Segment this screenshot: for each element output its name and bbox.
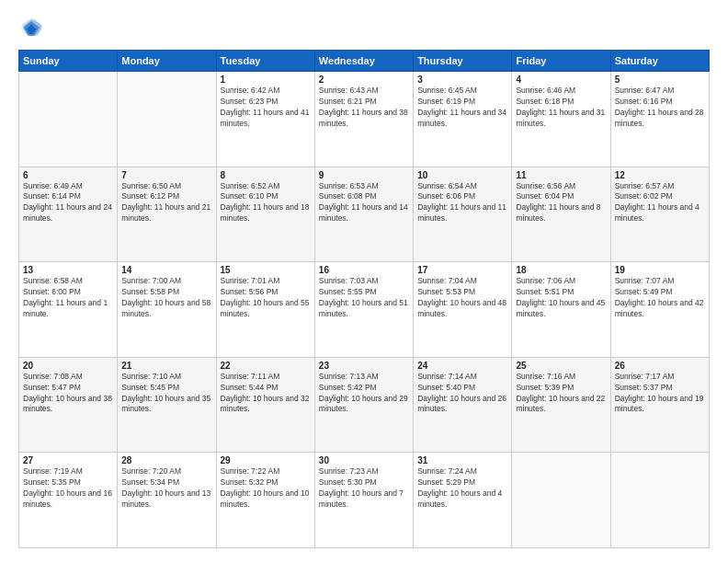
calendar-col-sunday: Sunday: [19, 51, 118, 72]
day-info: Sunrise: 7:22 AM Sunset: 5:32 PM Dayligh…: [221, 466, 311, 511]
day-info: Sunrise: 7:20 AM Sunset: 5:34 PM Dayligh…: [121, 466, 211, 511]
calendar-cell: 3Sunrise: 6:45 AM Sunset: 6:19 PM Daylig…: [414, 72, 512, 167]
day-info: Sunrise: 7:07 AM Sunset: 5:49 PM Dayligh…: [615, 276, 705, 320]
calendar-cell: 22Sunrise: 7:11 AM Sunset: 5:44 PM Dayli…: [216, 357, 314, 453]
day-number: 25: [516, 361, 606, 371]
calendar-cell: 5Sunrise: 6:47 AM Sunset: 6:16 PM Daylig…: [610, 72, 709, 167]
day-number: 12: [615, 170, 705, 180]
day-info: Sunrise: 6:52 AM Sunset: 6:10 PM Dayligh…: [221, 181, 311, 225]
day-number: 22: [221, 361, 311, 371]
day-info: Sunrise: 6:46 AM Sunset: 6:18 PM Dayligh…: [516, 86, 606, 130]
calendar-col-tuesday: Tuesday: [216, 51, 314, 72]
day-info: Sunrise: 6:50 AM Sunset: 6:12 PM Dayligh…: [121, 181, 211, 225]
calendar-cell: [118, 72, 216, 167]
day-info: Sunrise: 6:56 AM Sunset: 6:04 PM Dayligh…: [516, 181, 606, 225]
day-info: Sunrise: 6:47 AM Sunset: 6:16 PM Dayligh…: [615, 86, 705, 130]
day-number: 21: [121, 361, 211, 371]
day-number: 29: [221, 455, 311, 465]
calendar-cell: 18Sunrise: 7:06 AM Sunset: 5:51 PM Dayli…: [512, 262, 610, 358]
calendar-cell: 9Sunrise: 6:53 AM Sunset: 6:08 PM Daylig…: [314, 167, 413, 262]
day-number: 24: [417, 361, 507, 371]
calendar-cell: 24Sunrise: 7:14 AM Sunset: 5:40 PM Dayli…: [414, 357, 512, 453]
calendar-cell: 14Sunrise: 7:00 AM Sunset: 5:58 PM Dayli…: [118, 262, 216, 358]
calendar-cell: 28Sunrise: 7:20 AM Sunset: 5:34 PM Dayli…: [118, 453, 216, 548]
day-info: Sunrise: 7:10 AM Sunset: 5:45 PM Dayligh…: [121, 372, 211, 416]
calendar-cell: 25Sunrise: 7:16 AM Sunset: 5:39 PM Dayli…: [512, 357, 610, 453]
day-info: Sunrise: 7:00 AM Sunset: 5:58 PM Dayligh…: [121, 276, 211, 320]
header: [18, 15, 710, 40]
day-info: Sunrise: 7:13 AM Sunset: 5:42 PM Dayligh…: [319, 372, 409, 416]
day-info: Sunrise: 7:14 AM Sunset: 5:40 PM Dayligh…: [417, 372, 507, 416]
calendar-cell: 19Sunrise: 7:07 AM Sunset: 5:49 PM Dayli…: [610, 262, 709, 358]
calendar-week-3: 13Sunrise: 6:58 AM Sunset: 6:00 PM Dayli…: [19, 262, 710, 358]
day-number: 2: [319, 75, 409, 85]
day-info: Sunrise: 6:53 AM Sunset: 6:08 PM Dayligh…: [319, 181, 409, 225]
day-info: Sunrise: 7:03 AM Sunset: 5:55 PM Dayligh…: [319, 276, 409, 320]
calendar-cell: 17Sunrise: 7:04 AM Sunset: 5:53 PM Dayli…: [414, 262, 512, 358]
calendar-cell: [610, 453, 709, 548]
day-info: Sunrise: 6:49 AM Sunset: 6:14 PM Dayligh…: [23, 181, 113, 225]
day-number: 3: [417, 75, 507, 85]
day-info: Sunrise: 7:19 AM Sunset: 5:35 PM Dayligh…: [23, 466, 113, 511]
calendar-cell: 6Sunrise: 6:49 AM Sunset: 6:14 PM Daylig…: [19, 167, 118, 262]
calendar-col-monday: Monday: [118, 51, 216, 72]
day-number: 23: [319, 361, 409, 371]
calendar-cell: 29Sunrise: 7:22 AM Sunset: 5:32 PM Dayli…: [216, 453, 314, 548]
calendar-cell: 12Sunrise: 6:57 AM Sunset: 6:02 PM Dayli…: [610, 167, 709, 262]
day-number: 28: [121, 455, 211, 465]
calendar-cell: 13Sunrise: 6:58 AM Sunset: 6:00 PM Dayli…: [19, 262, 118, 358]
calendar-col-thursday: Thursday: [414, 51, 512, 72]
day-number: 10: [417, 170, 507, 180]
day-info: Sunrise: 7:04 AM Sunset: 5:53 PM Dayligh…: [417, 276, 507, 320]
calendar-cell: [19, 72, 118, 167]
day-number: 15: [221, 265, 311, 275]
day-number: 4: [516, 75, 606, 85]
calendar-week-5: 27Sunrise: 7:19 AM Sunset: 5:35 PM Dayli…: [19, 453, 710, 548]
day-info: Sunrise: 6:54 AM Sunset: 6:06 PM Dayligh…: [417, 181, 507, 225]
calendar-cell: 8Sunrise: 6:52 AM Sunset: 6:10 PM Daylig…: [216, 167, 314, 262]
calendar-cell: 11Sunrise: 6:56 AM Sunset: 6:04 PM Dayli…: [512, 167, 610, 262]
day-number: 6: [23, 170, 113, 180]
calendar-cell: 2Sunrise: 6:43 AM Sunset: 6:21 PM Daylig…: [314, 72, 413, 167]
calendar-cell: 7Sunrise: 6:50 AM Sunset: 6:12 PM Daylig…: [118, 167, 216, 262]
calendar-table: SundayMondayTuesdayWednesdayThursdayFrid…: [18, 50, 710, 548]
calendar-col-saturday: Saturday: [610, 51, 709, 72]
day-number: 1: [221, 75, 311, 85]
logo-icon: [18, 15, 44, 40]
day-number: 30: [319, 455, 409, 465]
day-number: 5: [615, 75, 705, 85]
day-number: 27: [23, 455, 113, 465]
day-info: Sunrise: 6:45 AM Sunset: 6:19 PM Dayligh…: [417, 86, 507, 130]
calendar-week-2: 6Sunrise: 6:49 AM Sunset: 6:14 PM Daylig…: [19, 167, 710, 262]
calendar-week-1: 1Sunrise: 6:42 AM Sunset: 6:23 PM Daylig…: [19, 72, 710, 167]
day-number: 8: [221, 170, 311, 180]
day-number: 18: [516, 265, 606, 275]
day-info: Sunrise: 7:24 AM Sunset: 5:29 PM Dayligh…: [417, 466, 507, 511]
day-number: 20: [23, 361, 113, 371]
day-info: Sunrise: 6:58 AM Sunset: 6:00 PM Dayligh…: [23, 276, 113, 320]
day-number: 9: [319, 170, 409, 180]
day-info: Sunrise: 6:57 AM Sunset: 6:02 PM Dayligh…: [615, 181, 705, 225]
calendar-cell: 20Sunrise: 7:08 AM Sunset: 5:47 PM Dayli…: [19, 357, 118, 453]
day-info: Sunrise: 7:16 AM Sunset: 5:39 PM Dayligh…: [516, 372, 606, 416]
calendar-cell: 10Sunrise: 6:54 AM Sunset: 6:06 PM Dayli…: [414, 167, 512, 262]
day-info: Sunrise: 6:43 AM Sunset: 6:21 PM Dayligh…: [319, 86, 409, 130]
calendar-header-row: SundayMondayTuesdayWednesdayThursdayFrid…: [19, 51, 710, 72]
day-info: Sunrise: 7:17 AM Sunset: 5:37 PM Dayligh…: [615, 372, 705, 416]
calendar-col-friday: Friday: [512, 51, 610, 72]
day-number: 26: [615, 361, 705, 371]
calendar-cell: 21Sunrise: 7:10 AM Sunset: 5:45 PM Dayli…: [118, 357, 216, 453]
calendar-cell: 27Sunrise: 7:19 AM Sunset: 5:35 PM Dayli…: [19, 453, 118, 548]
calendar-cell: 16Sunrise: 7:03 AM Sunset: 5:55 PM Dayli…: [314, 262, 413, 358]
day-number: 19: [615, 265, 705, 275]
calendar-col-wednesday: Wednesday: [314, 51, 413, 72]
day-number: 16: [319, 265, 409, 275]
day-number: 31: [417, 455, 507, 465]
calendar-cell: [512, 453, 610, 548]
day-info: Sunrise: 7:08 AM Sunset: 5:47 PM Dayligh…: [23, 372, 113, 416]
calendar-cell: 23Sunrise: 7:13 AM Sunset: 5:42 PM Dayli…: [314, 357, 413, 453]
day-info: Sunrise: 7:01 AM Sunset: 5:56 PM Dayligh…: [221, 276, 311, 320]
day-number: 14: [121, 265, 211, 275]
day-number: 13: [23, 265, 113, 275]
day-number: 7: [121, 170, 211, 180]
